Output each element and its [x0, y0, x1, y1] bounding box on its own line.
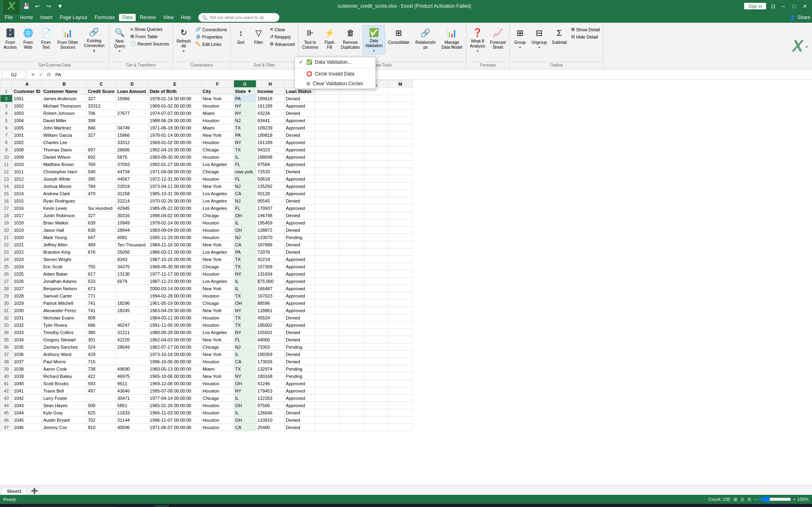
empty-cell[interactable] [388, 270, 412, 278]
empty-cell[interactable] [315, 95, 339, 102]
minimize-btn[interactable]: ─ [780, 2, 788, 10]
table-cell[interactable]: Houston [201, 102, 234, 110]
header-dob[interactable]: Date of Birth [148, 88, 201, 95]
advanced-btn[interactable]: ⚙ Advanced [268, 41, 297, 47]
table-cell[interactable] [116, 351, 148, 358]
table-cell[interactable]: 1966-11-03 00:00:00 [148, 409, 201, 416]
table-cell[interactable]: 126646 [256, 409, 284, 416]
table-cell[interactable]: 715 [87, 358, 116, 365]
table-cell[interactable]: 31258 [116, 190, 148, 197]
empty-cell[interactable] [364, 110, 388, 117]
tell-me-input[interactable] [209, 15, 274, 20]
table-cell[interactable]: Denied [284, 241, 315, 248]
empty-cell[interactable] [388, 175, 412, 183]
from-table-btn[interactable]: ⊞ From Table [129, 33, 171, 40]
col-header-a[interactable]: A [13, 80, 42, 88]
table-cell[interactable]: Samuel Carter [42, 292, 87, 300]
table-cell[interactable]: Jeremy Cox [42, 424, 87, 431]
empty-cell[interactable] [388, 380, 412, 387]
empty-cell[interactable] [364, 270, 388, 278]
table-cell[interactable]: 15966 [116, 95, 148, 102]
ribbon-collapse-btn[interactable]: ▲ [805, 44, 809, 48]
empty-cell[interactable] [339, 336, 364, 343]
empty-cell[interactable] [388, 395, 412, 402]
table-cell[interactable]: 1039 [13, 373, 42, 380]
table-cell[interactable]: 1008 [13, 146, 42, 153]
empty-cell[interactable] [339, 110, 364, 117]
menu-review[interactable]: Review [136, 14, 159, 21]
empty-cell[interactable] [339, 409, 364, 416]
properties-btn[interactable]: ⚙️ Properties [194, 33, 229, 40]
empty-cell[interactable] [364, 343, 388, 351]
table-cell[interactable]: PA [234, 248, 256, 256]
empty-cell[interactable] [388, 124, 412, 132]
table-cell[interactable]: 83441 [256, 117, 284, 124]
table-cell[interactable]: 647 [87, 234, 116, 241]
table-cell[interactable]: Ten Thousand [116, 241, 148, 248]
table-cell[interactable]: Houston [201, 117, 234, 124]
table-cell[interactable]: Matthew Brown [42, 161, 87, 168]
table-cell[interactable]: 122263 [256, 395, 284, 402]
table-cell[interactable]: Houston [201, 292, 234, 300]
maximize-btn[interactable]: □ [790, 2, 798, 10]
table-cell[interactable]: Charles Lee [42, 139, 87, 146]
empty-cell[interactable] [364, 358, 388, 365]
empty-cell[interactable] [364, 321, 388, 329]
empty-cell[interactable] [339, 292, 364, 300]
table-cell[interactable]: 497 [87, 387, 116, 395]
undo-quick-btn[interactable]: ↩ [32, 1, 42, 11]
table-cell[interactable]: New York [201, 256, 234, 263]
taskbar-edge-btn[interactable]: 🌐 [122, 505, 136, 507]
empty-cell[interactable] [388, 358, 412, 365]
empty-cell[interactable] [339, 248, 364, 256]
table-cell[interactable]: Denied [284, 212, 315, 219]
table-cell[interactable]: 760 [87, 161, 116, 168]
existing-connections-btn[interactable]: 🔗 ExistingConnections [81, 25, 107, 54]
table-cell[interactable]: Nicholas Evans [42, 314, 87, 321]
empty-cell[interactable] [388, 263, 412, 270]
table-cell[interactable]: Adam Baker [42, 270, 87, 278]
normal-view-icon[interactable]: ⊞ [734, 497, 737, 502]
empty-cell[interactable] [315, 175, 339, 183]
table-cell[interactable]: 706 [87, 110, 116, 117]
empty-cell[interactable] [364, 292, 388, 300]
table-cell[interactable] [87, 197, 116, 205]
table-cell[interactable]: Denied [284, 336, 315, 343]
table-cell[interactable]: 155501 [256, 329, 284, 336]
table-cell[interactable]: FL [234, 336, 256, 343]
empty-cell[interactable] [364, 336, 388, 343]
share-label[interactable]: Share [797, 15, 810, 20]
empty-cell[interactable] [364, 227, 388, 234]
table-cell[interactable]: 1024 [13, 263, 42, 270]
table-cell[interactable]: 1984-11-16 00:00:00 [148, 241, 201, 248]
table-cell[interactable]: 1014 [13, 190, 42, 197]
table-cell[interactable]: IL [234, 219, 256, 227]
table-cell[interactable]: 1018 [13, 219, 42, 227]
table-cell[interactable]: 97506 [256, 402, 284, 409]
table-cell[interactable]: 33312 [116, 139, 148, 146]
table-cell[interactable]: Denied [284, 424, 315, 431]
empty-cell[interactable] [339, 395, 364, 402]
table-cell[interactable]: 9611 [116, 380, 148, 387]
table-cell[interactable]: 189818 [256, 95, 284, 102]
empty-cell[interactable] [315, 212, 339, 219]
empty-cell[interactable] [339, 153, 364, 161]
table-cell[interactable]: Approved [284, 263, 315, 270]
empty-cell[interactable] [364, 285, 388, 292]
empty-cell[interactable] [315, 256, 339, 263]
col-header-f[interactable]: F [201, 80, 234, 88]
table-cell[interactable]: 676 [87, 248, 116, 256]
table-cell[interactable]: FL [234, 205, 256, 212]
empty-cell[interactable] [364, 278, 388, 285]
table-cell[interactable]: 49690 [116, 365, 148, 373]
empty-cell[interactable] [364, 183, 388, 190]
empty-cell[interactable] [315, 336, 339, 343]
table-cell[interactable]: 1010 [13, 161, 42, 168]
table-cell[interactable]: 1012 [13, 175, 42, 183]
table-cell[interactable]: TX [234, 146, 256, 153]
table-cell[interactable]: Miami [201, 365, 234, 373]
empty-cell[interactable] [364, 424, 388, 431]
table-cell[interactable]: 42220 [116, 336, 148, 343]
table-cell[interactable]: NY [234, 270, 256, 278]
empty-cell[interactable] [388, 351, 412, 358]
